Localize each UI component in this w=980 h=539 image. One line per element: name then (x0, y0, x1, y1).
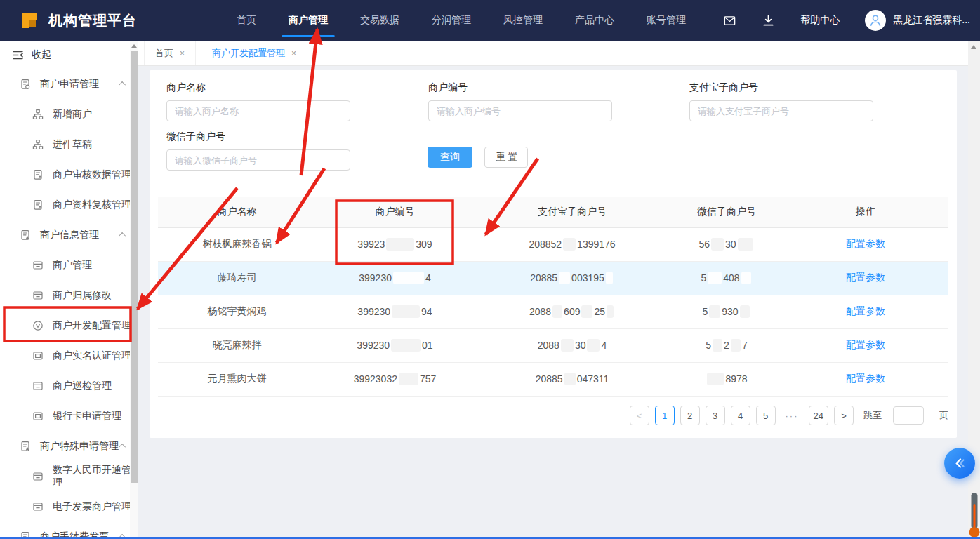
nav-item-0[interactable]: 首页 (237, 14, 256, 27)
nav-item-1[interactable]: 商户管理 (289, 14, 328, 27)
pagination-page-5[interactable]: 5 (756, 406, 776, 425)
pagination-page-4[interactable]: 4 (731, 406, 750, 425)
nav-item-5[interactable]: 产品中心 (575, 14, 614, 27)
configure-params-link[interactable]: 配置参数 (846, 373, 885, 384)
merchant-no-cell: 39923001 (316, 328, 474, 362)
configure-params-link[interactable]: 配置参数 (846, 272, 885, 283)
tab-strip: 首页×商户开发配置管理× (138, 41, 968, 66)
float-collapse-button[interactable] (944, 448, 975, 479)
username[interactable]: 黑龙江省强霖科... (893, 14, 970, 27)
sidebar-collapse-button[interactable]: 收起 (0, 41, 138, 69)
wechat-no-cell: 5408 (670, 261, 783, 295)
redacted-blur (708, 272, 722, 284)
merchant-no-input[interactable] (428, 100, 612, 121)
redacted-blur (563, 238, 576, 251)
sidebar-item-12[interactable]: 商户特殊申请管理 (0, 431, 138, 461)
nav-item-6[interactable]: 账号管理 (647, 14, 686, 27)
org-icon (32, 109, 44, 120)
table-row-2[interactable]: 杨铭宇黄焖鸡399230942088609255930配置参数 (158, 295, 948, 328)
sidebar-item-5[interactable]: 商户信息管理 (0, 220, 138, 250)
table-row-4[interactable]: 元月熏肉大饼39923032757208850473118978配置参数 (158, 362, 948, 396)
sidebar-item-label: 商户资料复核管理 (53, 199, 131, 211)
cell-text: 30 (725, 239, 736, 250)
filter-alipay-no: 支付宝子商户号 (689, 81, 873, 121)
table-row-1[interactable]: 藤琦寿司3992304208850031955408配置参数 (158, 261, 948, 295)
sidebar-scrollbar-thumb[interactable] (131, 51, 138, 483)
mail-icon[interactable] (723, 14, 736, 27)
cell-text: 003195 (571, 272, 604, 284)
table-row-0[interactable]: 树枝枫麻辣香锅3992330920885213991765630配置参数 (158, 227, 948, 261)
alipay-no-cell: 20885047311 (474, 362, 670, 396)
cell-text: 930 (722, 306, 738, 317)
search-button[interactable]: 查询 (428, 147, 472, 168)
alipay-no-input[interactable] (689, 100, 873, 121)
header-right-cluster: 帮助中心 黑龙江省强霖科... (723, 10, 980, 31)
jump-page-input[interactable] (893, 406, 924, 425)
cell-text: 20885 (536, 373, 563, 385)
pagination-page-3[interactable]: 3 (706, 406, 725, 425)
sidebar-item-7[interactable]: 商户归属修改 (0, 280, 138, 310)
sidebar-item-3[interactable]: 商户审核数据管理 (0, 159, 138, 189)
sidebar-item-11[interactable]: 银行卡申请管理 (0, 401, 138, 431)
configure-params-link[interactable]: 配置参数 (846, 305, 885, 317)
cell-text: 047311 (577, 373, 609, 385)
nav-item-3[interactable]: 分润管理 (432, 14, 471, 27)
redacted-blur (740, 305, 750, 318)
redacted-blur (707, 373, 724, 385)
panel-icon (32, 411, 44, 422)
merchant-name-input[interactable] (166, 100, 350, 121)
sidebar-item-13[interactable]: 数字人民币开通管理 (0, 461, 138, 491)
merchant-name-cell: 晓亮麻辣拌 (158, 328, 316, 362)
merchant-no-label: 商户编号 (428, 81, 612, 94)
configure-params-link[interactable]: 配置参数 (846, 238, 885, 249)
sidebar-item-8[interactable]: 商户开发配置管理 (0, 310, 138, 340)
download-icon[interactable] (762, 14, 775, 27)
redacted-blur (581, 305, 592, 318)
doc-person-icon (32, 169, 44, 180)
pagination-next-button[interactable]: > (834, 406, 854, 425)
cell-text: 20885 (530, 272, 557, 284)
column-header: 商户编号 (316, 197, 474, 227)
redacted-blur (391, 339, 421, 352)
thermometer-indicator (969, 493, 979, 538)
tab-close-icon[interactable]: × (291, 48, 296, 58)
nav-item-2[interactable]: 交易数据 (360, 14, 399, 27)
pagination-page-24[interactable]: 24 (809, 406, 828, 425)
card-icon (32, 290, 44, 301)
nav-item-4[interactable]: 风控管理 (503, 14, 543, 27)
sidebar-item-0[interactable]: 商户申请管理 (0, 69, 138, 99)
pagination-page-1[interactable]: 1 (655, 406, 675, 425)
alipay-no-cell: 2088304 (474, 328, 670, 362)
sidebar-item-10[interactable]: 商户巡检管理 (0, 371, 138, 401)
panel-icon (32, 350, 44, 361)
cell-text: 309 (416, 239, 432, 250)
sidebar-item-9[interactable]: 商户实名认证管理 (0, 340, 138, 371)
reset-button[interactable]: 重置 (484, 147, 528, 168)
table-row-3[interactable]: 晓亮麻辣拌399230012088304527配置参数 (158, 328, 948, 362)
tab-1[interactable]: 商户开发配置管理× (201, 41, 307, 65)
pagination-prev-button[interactable]: < (630, 406, 649, 425)
redacted-blur (392, 305, 420, 318)
wechat-no-input[interactable] (166, 149, 350, 171)
sidebar-menu: 商户申请管理新增商户进件草稿商户审核数据管理商户资料复核管理商户信息管理商户管理… (0, 69, 138, 539)
scroll-up-arrow-icon[interactable] (131, 44, 137, 48)
sidebar-item-1[interactable]: 新增商户 (0, 99, 138, 129)
sidebar-item-label: 商户审核数据管理 (53, 168, 131, 181)
sidebar-item-4[interactable]: 商户资料复核管理 (0, 189, 138, 220)
merchant-no-cell: 39923032757 (316, 362, 474, 396)
sidebar-item-14[interactable]: 电子发票商户管理 (0, 491, 138, 521)
cell-text: 5 (701, 272, 706, 284)
tab-close-icon[interactable]: × (180, 48, 185, 58)
doc-person-icon (32, 199, 44, 211)
configure-params-link[interactable]: 配置参数 (846, 339, 885, 350)
merchant-no-cell: 3992304 (316, 261, 474, 295)
sidebar-item-6[interactable]: 商户管理 (0, 250, 138, 280)
sidebar-item-2[interactable]: 进件草稿 (0, 129, 138, 159)
pagination-page-2[interactable]: 2 (680, 406, 700, 425)
scroll-up-arrow-icon[interactable] (971, 45, 976, 49)
user-avatar[interactable] (865, 10, 886, 31)
user-avatar-icon (868, 13, 883, 28)
sidebar-scrollbar[interactable] (130, 41, 138, 539)
help-center-link[interactable]: 帮助中心 (800, 14, 840, 27)
tab-0[interactable]: 首页× (144, 41, 196, 65)
